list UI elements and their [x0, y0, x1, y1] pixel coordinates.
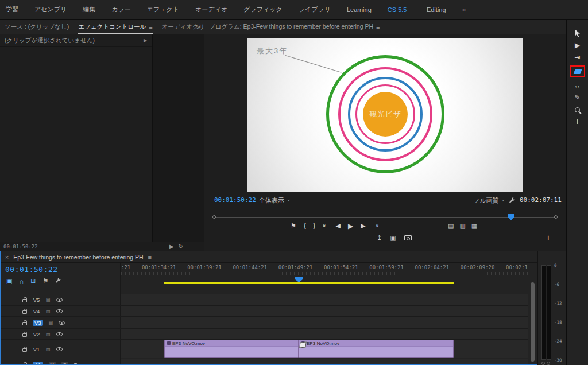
eye-icon[interactable] [56, 309, 63, 313]
type-tool[interactable]: T [575, 118, 579, 126]
clip-ep3-novo-right[interactable]: EP3-NoVO.mov [299, 340, 454, 358]
zoom-handle-left[interactable] [212, 215, 216, 219]
go-to-in-button[interactable]: ⇤ [323, 222, 328, 230]
eye-icon[interactable] [56, 332, 63, 336]
workspace-overflow-icon[interactable]: » [462, 6, 466, 14]
nest-toggle-icon[interactable]: ▣ [6, 277, 12, 285]
timeline-vertical-scrollbar[interactable] [531, 282, 535, 362]
slip-tool[interactable]: ↔ [574, 81, 581, 90]
selection-tool[interactable] [575, 29, 580, 37]
track-row-v4[interactable]: V4 ▤ [1, 305, 528, 317]
track-label-v5[interactable]: V5 [33, 297, 40, 303]
workspace-tab-libraries[interactable]: ライブラリ [299, 5, 331, 14]
program-video-frame[interactable]: 最大3年 観光ビザ [247, 38, 523, 192]
program-playhead[interactable] [508, 214, 514, 220]
timeline-playhead-line[interactable] [299, 277, 299, 364]
meter-scale-label: -18 [554, 320, 562, 325]
snap-toggle-icon[interactable]: ∩ [19, 278, 24, 285]
meter-mute-dot[interactable] [541, 362, 545, 365]
play-audio-icon[interactable]: ▶ [169, 243, 174, 250]
eye-icon[interactable] [56, 347, 63, 351]
lift-button[interactable]: ▤ [448, 222, 454, 230]
zoom-handle-right[interactable] [554, 215, 558, 219]
extract-button[interactable]: ▥ [459, 222, 465, 230]
sync-lock-icon[interactable]: ▤ [49, 320, 53, 325]
track-label-v4[interactable]: V4 [33, 308, 40, 314]
meter-solo-dot[interactable] [547, 362, 550, 365]
track-select-forward-tool[interactable]: ▶ [575, 41, 580, 49]
workspace-tab-graphics[interactable]: グラフィック [243, 5, 283, 14]
go-to-out-button[interactable]: ⇥ [373, 222, 378, 230]
sync-lock-icon[interactable]: ▤ [46, 347, 51, 352]
eye-icon[interactable] [56, 298, 63, 302]
track-row-v5[interactable]: V5 ▤ [1, 294, 528, 305]
workspace-tab-cs55[interactable]: CS 5.5 [388, 6, 407, 13]
tab-effect-controls[interactable]: エフェクトコントロール ≡ [78, 20, 152, 34]
track-row-a1[interactable]: A1 M S [1, 359, 528, 365]
lock-icon[interactable] [22, 348, 27, 352]
workspace-menu-icon[interactable]: ≡ [415, 6, 418, 13]
export-frame-camera-icon[interactable] [404, 235, 412, 240]
solo-button[interactable]: S [61, 362, 68, 365]
workspace-tab-effects[interactable]: エフェクト [147, 5, 179, 14]
mute-button[interactable]: M [49, 362, 56, 365]
linked-selection-icon[interactable]: ⊞ [30, 277, 36, 285]
track-row-v3[interactable]: V3 ▤ [1, 317, 528, 328]
play-button[interactable]: ▶ [348, 222, 353, 230]
workspace-tab-editing[interactable]: Editing [427, 6, 446, 13]
track-label-v1[interactable]: V1 [33, 346, 40, 352]
step-back-button[interactable]: ◀ [335, 222, 340, 230]
voiceover-mic-icon[interactable] [74, 363, 77, 365]
sequence-tab[interactable]: Ep3-Few things to remember before enteri… [13, 254, 143, 261]
tab-source-monitor[interactable]: ソース : (クリップなし) [5, 20, 69, 34]
step-forward-button[interactable]: ▶ [361, 222, 365, 230]
settings-wrench-icon[interactable] [509, 197, 516, 205]
lock-icon[interactable] [22, 333, 27, 337]
track-label-v2[interactable]: V2 [33, 331, 40, 337]
pen-tool[interactable]: ✎ [574, 94, 580, 102]
timeline-ruler[interactable]: :21 00:01:34:21 00:01:39:21 00:01:44:21 … [121, 265, 528, 271]
track-label-v3-targeted[interactable]: V3 [33, 320, 43, 326]
track-row-v2[interactable]: V2 ▤ [1, 328, 528, 340]
zoom-level-select[interactable]: 全体表示 ⌄ [259, 196, 291, 205]
chevron-right-icon[interactable]: ▶ [144, 38, 147, 43]
timeline-settings-wrench-icon[interactable] [55, 277, 61, 285]
add-marker-icon[interactable]: ⚑ [43, 277, 49, 285]
mark-in-button[interactable]: { [304, 222, 306, 230]
lock-icon[interactable] [22, 299, 27, 302]
razor-tool[interactable] [574, 68, 581, 76]
multicam-button[interactable]: ▦ [471, 222, 477, 230]
workspace-tab-audio[interactable]: オーディオ [195, 5, 227, 14]
program-scrubber[interactable] [212, 214, 558, 221]
eye-icon[interactable] [59, 321, 65, 325]
panel-menu-icon[interactable]: ≡ [376, 24, 380, 30]
ripple-edit-tool[interactable]: ⇥ [574, 53, 580, 61]
panel-menu-icon[interactable]: ≡ [148, 254, 152, 261]
button-editor-plus[interactable]: + [546, 233, 551, 242]
sync-lock-icon[interactable]: ▤ [46, 332, 51, 337]
workspace-tab-color[interactable]: カラー [111, 5, 131, 14]
clip-ep3-novo-left[interactable]: EP3-NoVO.mov [164, 340, 299, 358]
program-current-timecode[interactable]: 00:01:50:22 [214, 196, 256, 204]
add-marker-button[interactable]: ⚑ [291, 222, 296, 230]
workspace-tab-learning[interactable]: Learning [347, 6, 372, 13]
mark-out-button[interactable]: } [314, 222, 316, 230]
close-panel-icon[interactable]: × [5, 254, 9, 261]
proxy-toggle-button[interactable]: ▣ [390, 234, 396, 242]
panel-menu-icon[interactable]: ≡ [149, 24, 152, 30]
program-tab[interactable]: プログラム: Ep3-Few things to remember before… [209, 20, 380, 34]
playback-quality-select[interactable]: フル画質 ⌄ [473, 196, 505, 205]
export-media-button[interactable]: ↥ [377, 234, 382, 242]
track-label-a1-targeted[interactable]: A1 [33, 362, 43, 365]
tab-overflow-icon[interactable]: » [196, 23, 200, 31]
sequence-timecode[interactable]: 00:01:50:22 [5, 265, 58, 274]
workspace-tab-edit[interactable]: 編集 [83, 5, 95, 14]
workspace-tab-assembly[interactable]: アセンブリ [34, 5, 67, 14]
workspace-tab-gakushu[interactable]: 学習 [6, 5, 18, 14]
zoom-tool[interactable] [575, 106, 580, 114]
loop-icon[interactable]: ↻ [179, 243, 183, 250]
sync-lock-icon[interactable]: ▤ [46, 309, 51, 314]
lock-icon[interactable] [22, 310, 27, 314]
sync-lock-icon[interactable]: ▤ [46, 297, 51, 302]
lock-icon[interactable] [22, 322, 27, 325]
